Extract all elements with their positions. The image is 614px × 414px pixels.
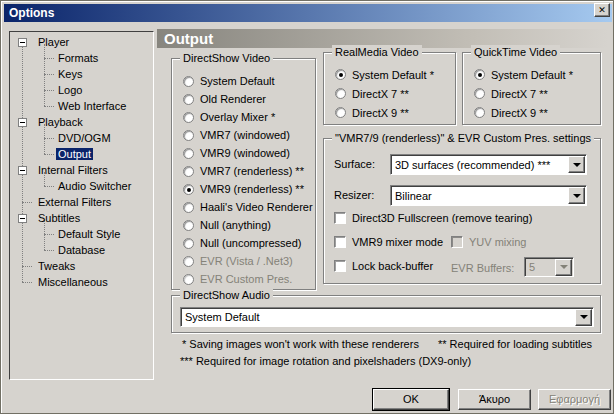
vmr-evr-settings-group: "VMR7/9 (renderless)" & EVR Custom Pres.… [323, 138, 601, 284]
realmedia-video-group: RealMedia Video System Default * DirectX… [323, 52, 456, 125]
checkbox-direct3d-fullscreen[interactable]: Direct3D Fullscreen (remove tearing) [334, 212, 532, 224]
radio-haali-video-renderer[interactable]: Haali's Video Renderer [183, 198, 313, 216]
dropdown-button [555, 259, 572, 276]
window-title: Options [4, 6, 54, 20]
surface-value: 3D surfaces (recommended) *** [391, 159, 568, 171]
collapse-icon[interactable] [18, 38, 27, 47]
tree-item-miscellaneous[interactable]: Miscellaneous [10, 274, 153, 290]
radio-icon [335, 107, 346, 118]
tree-item-label: Player [36, 36, 71, 48]
tree-item-database[interactable]: Database [10, 242, 153, 258]
titlebar[interactable]: Options [4, 4, 612, 22]
checkbox-icon [334, 212, 346, 224]
ok-button[interactable]: OK [373, 389, 449, 410]
tree-item-dvd-ogm[interactable]: DVD/OGM [10, 130, 153, 146]
tree-item-label: Internal Filters [36, 164, 110, 176]
radio-null-uncompressed[interactable]: Null (uncompressed) [183, 234, 313, 252]
radio-label: Null (anything) [200, 219, 271, 231]
radio-overlay-mixer[interactable]: Overlay Mixer * [183, 108, 313, 126]
tree-item-label: Logo [56, 84, 84, 96]
radio-icon [183, 76, 194, 87]
checkbox-label: Lock back-buffer [352, 260, 433, 272]
radio-rm-directx7[interactable]: DirectX 7 ** [335, 84, 453, 103]
radio-label: VMR9 (renderless) ** [200, 183, 304, 195]
dropdown-button[interactable] [575, 309, 592, 326]
directshow-audio-value: System Default [181, 311, 575, 323]
radio-null-anything[interactable]: Null (anything) [183, 216, 313, 234]
tree-item-internal-filters[interactable]: Internal Filters [10, 162, 153, 178]
radio-label: VMR7 (renderless) ** [200, 165, 304, 177]
collapse-icon[interactable] [18, 214, 27, 223]
group-title: "VMR7/9 (renderless)" & EVR Custom Pres.… [332, 131, 594, 145]
group-title: RealMedia Video [332, 45, 422, 59]
radio-label: DirectX 7 ** [352, 88, 409, 100]
checkbox-vmr9-mixer-mode[interactable]: VMR9 mixer mode [334, 236, 443, 248]
checkbox-label: YUV mixing [469, 236, 526, 248]
resizer-value: Bilinear [391, 190, 568, 202]
radio-label: DirectX 9 ** [491, 107, 548, 119]
tree-item-subtitles[interactable]: Subtitles [10, 210, 153, 226]
quicktime-video-group: QuickTime Video System Default * DirectX… [462, 52, 601, 125]
radio-vmr9-renderless[interactable]: VMR9 (renderless) ** [183, 180, 313, 198]
dropdown-button[interactable] [568, 156, 585, 173]
page-title-text: Output [164, 30, 213, 47]
evr-buffers-value: 5 [525, 261, 555, 273]
radio-icon [474, 107, 485, 118]
radio-icon [183, 256, 194, 267]
close-button[interactable]: ✕ [594, 3, 610, 17]
radio-selected-icon [183, 184, 194, 195]
collapse-icon[interactable] [18, 118, 27, 127]
evr-buffers-dropdown: 5 [524, 257, 574, 277]
radio-rm-directx9[interactable]: DirectX 9 ** [335, 103, 453, 122]
radio-evr-vista: EVR (Vista / .Net3) [183, 252, 313, 270]
dropdown-button[interactable] [568, 187, 585, 204]
tree-item-output[interactable]: Output [10, 146, 153, 162]
radio-icon [183, 202, 194, 213]
tree-item-tweaks[interactable]: Tweaks [10, 258, 153, 274]
apply-button: Εφαρμογή [538, 389, 611, 410]
radio-vmr9-windowed[interactable]: VMR9 (windowed) [183, 144, 313, 162]
radio-vmr7-windowed[interactable]: VMR7 (windowed) [183, 126, 313, 144]
cancel-button[interactable]: Άκυρο [458, 389, 531, 410]
tree-item-label: Formats [56, 52, 100, 64]
chevron-down-icon [580, 315, 588, 319]
tree-item-keys[interactable]: Keys [10, 66, 153, 82]
radio-icon [183, 274, 194, 285]
close-icon: ✕ [598, 5, 606, 15]
checkbox-label: Direct3D Fullscreen (remove tearing) [352, 212, 532, 224]
tree-item-web-interface[interactable]: Web Interface [10, 98, 153, 114]
radio-icon [474, 88, 485, 99]
collapse-icon[interactable] [18, 166, 27, 175]
tree-item-playback[interactable]: Playback [10, 114, 153, 130]
group-title: QuickTime Video [471, 45, 560, 59]
checkbox-lock-back-buffer[interactable]: Lock back-buffer [334, 260, 433, 272]
tree-item-default-style[interactable]: Default Style [10, 226, 153, 242]
tree-item-external-filters[interactable]: External Filters [10, 194, 153, 210]
radio-system-default[interactable]: System Default [183, 72, 313, 90]
radio-qt-directx7[interactable]: DirectX 7 ** [474, 84, 598, 103]
tree-item-label: Default Style [56, 228, 122, 240]
radio-old-renderer[interactable]: Old Renderer [183, 90, 313, 108]
chevron-down-icon [560, 265, 568, 269]
directshow-audio-dropdown[interactable]: System Default [180, 307, 594, 327]
tree-item-label: Audio Switcher [56, 180, 133, 192]
surface-dropdown[interactable]: 3D surfaces (recommended) *** [390, 154, 587, 175]
radio-qt-directx9[interactable]: DirectX 9 ** [474, 103, 598, 122]
tree-item-audio-switcher[interactable]: Audio Switcher [10, 178, 153, 194]
radio-icon [183, 112, 194, 123]
radio-icon [183, 148, 194, 159]
tree-item-label: Tweaks [36, 260, 77, 272]
radio-selected-icon [335, 69, 346, 80]
resizer-dropdown[interactable]: Bilinear [390, 185, 587, 206]
tree-item-logo[interactable]: Logo [10, 82, 153, 98]
radio-qt-system-default[interactable]: System Default * [474, 65, 598, 84]
radio-icon [183, 130, 194, 141]
radio-rm-system-default[interactable]: System Default * [335, 65, 453, 84]
settings-tree: Player Formats Keys Logo Web Interface P… [9, 31, 154, 380]
tree-item-formats[interactable]: Formats [10, 50, 153, 66]
tree-item-label: Keys [56, 68, 84, 80]
tree-item-player[interactable]: Player [10, 34, 153, 50]
footnote-image-rotation: *** Required for image rotation and pixe… [180, 355, 471, 367]
radio-vmr7-renderless[interactable]: VMR7 (renderless) ** [183, 162, 313, 180]
tree-item-label: DVD/OGM [56, 132, 113, 144]
